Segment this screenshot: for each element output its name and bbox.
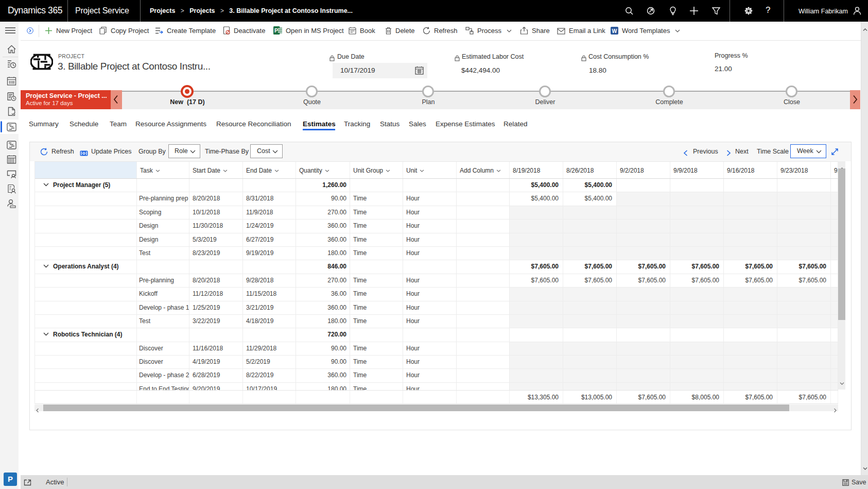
svg-text:W: W <box>612 28 617 34</box>
svg-text:P: P <box>274 27 278 33</box>
